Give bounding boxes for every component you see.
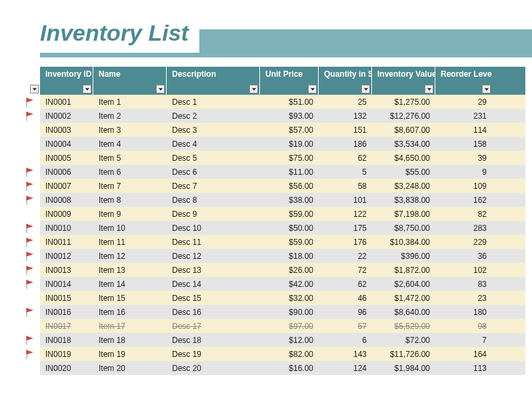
cell-quantity[interactable]: 6 (319, 333, 372, 347)
cell-reorder-level[interactable]: 114 (435, 123, 492, 137)
flag-cell[interactable] (20, 347, 40, 361)
flag-cell[interactable] (20, 109, 40, 123)
cell-inventory-id[interactable]: IN0010 (40, 221, 93, 235)
cell-description[interactable]: Desc 17 (167, 319, 260, 333)
flag-cell[interactable] (20, 291, 40, 305)
flag-cell[interactable] (20, 179, 40, 193)
cell-description[interactable]: Desc 4 (167, 137, 260, 151)
cell-unit-price[interactable]: $16.00 (260, 361, 319, 375)
filter-dropdown-icon[interactable] (308, 85, 317, 93)
cell-quantity[interactable]: 124 (319, 361, 372, 375)
filter-dropdown-icon[interactable] (482, 85, 491, 93)
filter-dropdown-icon[interactable] (30, 85, 39, 93)
flag-cell[interactable] (20, 221, 40, 235)
flag-cell[interactable] (20, 263, 40, 277)
cell-quantity[interactable]: 62 (319, 277, 372, 291)
cell-reorder-level[interactable]: 9 (435, 165, 492, 179)
cell-inventory-id[interactable]: IN0014 (40, 277, 93, 291)
cell-name[interactable]: Item 11 (93, 235, 167, 249)
cell-reorder-level[interactable]: 158 (435, 137, 492, 151)
cell-reorder-level[interactable]: 98 (435, 319, 492, 333)
cell-reorder-level[interactable]: 113 (435, 361, 492, 375)
cell-inventory-value[interactable]: $2,604.00 (372, 277, 435, 291)
cell-name[interactable]: Item 6 (93, 165, 167, 179)
cell-quantity[interactable]: 143 (319, 347, 372, 361)
header-inventory-value[interactable]: Inventory Value (372, 67, 435, 95)
cell-name[interactable]: Item 19 (93, 347, 167, 361)
cell-name[interactable]: Item 12 (93, 249, 167, 263)
header-inventory-id[interactable]: Inventory ID (40, 67, 93, 95)
flag-cell[interactable] (20, 137, 40, 151)
cell-description[interactable]: Desc 2 (167, 109, 260, 123)
cell-description[interactable]: Desc 15 (167, 291, 260, 305)
cell-name[interactable]: Item 9 (93, 207, 167, 221)
header-name[interactable]: Name (93, 67, 167, 95)
flag-cell[interactable] (20, 319, 40, 333)
filter-dropdown-icon[interactable] (361, 85, 370, 93)
cell-quantity[interactable]: 22 (319, 249, 372, 263)
cell-unit-price[interactable]: $57.00 (260, 123, 319, 137)
table-row[interactable]: IN0001Item 1Desc 1$51.0025$1,275.0029 (20, 95, 525, 109)
cell-quantity[interactable]: 186 (319, 137, 372, 151)
cell-unit-price[interactable]: $90.00 (260, 305, 319, 319)
cell-inventory-value[interactable]: $3,248.00 (372, 179, 435, 193)
cell-unit-price[interactable]: $42.00 (260, 277, 319, 291)
cell-inventory-id[interactable]: IN0003 (40, 123, 93, 137)
cell-quantity[interactable]: 58 (319, 179, 372, 193)
flag-cell[interactable] (20, 333, 40, 347)
cell-description[interactable]: Desc 19 (167, 347, 260, 361)
header-description[interactable]: Description (167, 67, 260, 95)
cell-quantity[interactable]: 5 (319, 165, 372, 179)
cell-inventory-value[interactable]: $1,472.00 (372, 291, 435, 305)
cell-inventory-id[interactable]: IN0005 (40, 151, 93, 165)
flag-cell[interactable] (20, 235, 40, 249)
cell-inventory-value[interactable]: $5,529.00 (372, 319, 435, 333)
cell-name[interactable]: Item 14 (93, 277, 167, 291)
cell-inventory-value[interactable]: $396.00 (372, 249, 435, 263)
cell-name[interactable]: Item 3 (93, 123, 167, 137)
cell-unit-price[interactable]: $75.00 (260, 151, 319, 165)
header-reorder-level[interactable]: Reorder Level (435, 67, 492, 95)
cell-unit-price[interactable]: $11.00 (260, 165, 319, 179)
cell-inventory-value[interactable]: $12,276.00 (372, 109, 435, 123)
cell-reorder-level[interactable]: 83 (435, 277, 492, 291)
cell-description[interactable]: Desc 14 (167, 277, 260, 291)
cell-quantity[interactable]: 72 (319, 263, 372, 277)
cell-inventory-id[interactable]: IN0017 (40, 319, 93, 333)
cell-quantity[interactable]: 132 (319, 109, 372, 123)
cell-description[interactable]: Desc 12 (167, 249, 260, 263)
cell-reorder-level[interactable]: 36 (435, 249, 492, 263)
cell-reorder-level[interactable]: 162 (435, 193, 492, 207)
cell-description[interactable]: Desc 11 (167, 235, 260, 249)
table-row[interactable]: IN0007Item 7Desc 7$56.0058$3,248.00109 (20, 179, 525, 193)
table-row[interactable]: IN0002Item 2Desc 2$93.00132$12,276.00231 (20, 109, 525, 123)
flag-cell[interactable] (20, 95, 40, 109)
filter-dropdown-icon[interactable] (83, 85, 91, 93)
cell-unit-price[interactable]: $32.00 (260, 291, 319, 305)
cell-reorder-level[interactable]: 109 (435, 179, 492, 193)
cell-reorder-level[interactable]: 229 (435, 235, 492, 249)
cell-description[interactable]: Desc 9 (167, 207, 260, 221)
cell-inventory-id[interactable]: IN0002 (40, 109, 93, 123)
cell-reorder-level[interactable]: 180 (435, 305, 492, 319)
filter-dropdown-icon[interactable] (249, 85, 258, 93)
cell-inventory-id[interactable]: IN0019 (40, 347, 93, 361)
cell-quantity[interactable]: 151 (319, 123, 372, 137)
cell-inventory-id[interactable]: IN0012 (40, 249, 93, 263)
cell-unit-price[interactable]: $38.00 (260, 193, 319, 207)
cell-quantity[interactable]: 46 (319, 291, 372, 305)
cell-unit-price[interactable]: $97.00 (260, 319, 319, 333)
table-row[interactable]: IN0019Item 19Desc 19$82.00143$11,726.001… (20, 347, 525, 361)
cell-inventory-value[interactable]: $1,872.00 (372, 263, 435, 277)
cell-name[interactable]: Item 8 (93, 193, 167, 207)
cell-inventory-id[interactable]: IN0016 (40, 305, 93, 319)
cell-inventory-value[interactable]: $3,838.00 (372, 193, 435, 207)
cell-inventory-value[interactable]: $11,726.00 (372, 347, 435, 361)
cell-description[interactable]: Desc 13 (167, 263, 260, 277)
cell-inventory-id[interactable]: IN0020 (40, 361, 93, 375)
table-row[interactable]: IN0014Item 14Desc 14$42.0062$2,604.0083 (20, 277, 525, 291)
cell-inventory-value[interactable]: $3,534.00 (372, 137, 435, 151)
flag-cell[interactable] (20, 277, 40, 291)
cell-reorder-level[interactable]: 283 (435, 221, 492, 235)
header-unit-price[interactable]: Unit Price (260, 67, 319, 95)
